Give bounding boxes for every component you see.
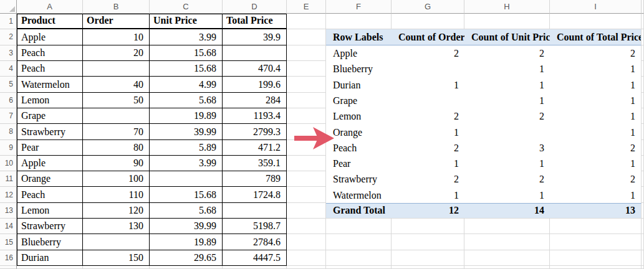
cell-C16[interactable]: 29.65	[150, 250, 223, 266]
column-header-C[interactable]: C	[150, 0, 223, 14]
cell-F10[interactable]: Pear	[326, 156, 392, 171]
column-header-E[interactable]: E	[287, 0, 326, 14]
cell-B4[interactable]	[83, 61, 150, 77]
column-header-G[interactable]: G	[392, 0, 464, 14]
cell-A6[interactable]: Lemon	[17, 93, 83, 108]
cell-H5[interactable]: 1	[464, 77, 550, 92]
cell-I2[interactable]: Count of Total Price	[550, 29, 642, 45]
cell-G3[interactable]: 2	[392, 45, 464, 61]
cell-I16[interactable]	[550, 250, 642, 266]
cell-H6[interactable]: 1	[464, 93, 550, 108]
column-header-B[interactable]: B	[83, 0, 150, 14]
cell-H12[interactable]: 1	[464, 187, 550, 202]
cell-F3[interactable]: Apple	[326, 45, 392, 61]
cell-E15[interactable]	[287, 234, 326, 250]
cell-G4[interactable]	[392, 61, 464, 77]
row-header-11[interactable]: 11	[0, 171, 17, 187]
cell-G10[interactable]: 1	[392, 156, 464, 171]
cell-F5[interactable]: Durian	[326, 77, 392, 92]
cell-F11[interactable]: Strawberry	[326, 171, 392, 187]
cell-I7[interactable]: 1	[550, 108, 642, 124]
cell-G9[interactable]: 2	[392, 140, 464, 156]
cell-A8[interactable]: Strawberry	[17, 124, 83, 139]
row-header-15[interactable]: 15	[0, 234, 17, 250]
cell-G2[interactable]: Count of Order	[392, 29, 464, 45]
cell-F8[interactable]: Orange	[326, 124, 392, 139]
cell-E4[interactable]	[287, 61, 326, 77]
cell-F14[interactable]	[326, 219, 392, 234]
cell-C4[interactable]: 15.68	[150, 61, 223, 77]
cell-E7[interactable]	[287, 108, 326, 124]
cell-B14[interactable]: 130	[83, 219, 150, 234]
cell-G8[interactable]: 1	[392, 124, 464, 139]
row-header-3[interactable]: 3	[0, 45, 17, 61]
cell-E11[interactable]	[287, 171, 326, 187]
cell-H1[interactable]	[464, 14, 550, 29]
cell-A9[interactable]: Pear	[17, 140, 83, 156]
cell-C1[interactable]: Unit Price	[150, 14, 223, 29]
cell-I11[interactable]: 2	[550, 171, 642, 187]
row-header-7[interactable]: 7	[0, 108, 17, 124]
cell-E6[interactable]	[287, 93, 326, 108]
cell-B15[interactable]	[83, 234, 150, 250]
cell-C12[interactable]: 15.68	[150, 187, 223, 202]
cell-G12[interactable]: 1	[392, 187, 464, 202]
cell-E5[interactable]	[287, 77, 326, 92]
cell-G1[interactable]	[392, 14, 464, 29]
row-header-9[interactable]: 9	[0, 140, 17, 156]
cell-D10[interactable]: 359.1	[223, 156, 287, 171]
cell-B2[interactable]: 10	[83, 29, 150, 45]
cell-H4[interactable]: 1	[464, 61, 550, 77]
select-all-corner[interactable]	[0, 0, 17, 14]
cell-B13[interactable]: 120	[83, 203, 150, 219]
cell-C8[interactable]: 39.99	[150, 124, 223, 139]
cell-A16[interactable]: Durian	[17, 250, 83, 266]
cell-F12[interactable]: Watermelon	[326, 187, 392, 202]
cell-C3[interactable]: 15.68	[150, 45, 223, 61]
cell-D16[interactable]: 4447.5	[223, 250, 287, 266]
cell-E1[interactable]	[287, 14, 326, 29]
cell-C13[interactable]: 5.68	[150, 203, 223, 219]
cell-B8[interactable]: 70	[83, 124, 150, 139]
row-header-12[interactable]: 12	[0, 187, 17, 202]
cell-A10[interactable]: Apple	[17, 156, 83, 171]
cell-I10[interactable]: 1	[550, 156, 642, 171]
cell-E16[interactable]	[287, 250, 326, 266]
cell-C6[interactable]: 5.68	[150, 93, 223, 108]
cell-E2[interactable]	[287, 29, 326, 45]
row-header-14[interactable]: 14	[0, 219, 17, 234]
cell-G16[interactable]	[392, 250, 464, 266]
cell-I1[interactable]	[550, 14, 642, 29]
cell-G6[interactable]	[392, 93, 464, 108]
cell-A11[interactable]: Orange	[17, 171, 83, 187]
cell-I4[interactable]: 1	[550, 61, 642, 77]
cell-H2[interactable]: Count of Unit Price	[464, 29, 550, 45]
cell-D8[interactable]: 2799.3	[223, 124, 287, 139]
cell-B1[interactable]: Order	[83, 14, 150, 29]
row-header-6[interactable]: 6	[0, 93, 17, 108]
cell-D15[interactable]: 2784.6	[223, 234, 287, 250]
cell-B11[interactable]: 100	[83, 171, 150, 187]
cell-D3[interactable]	[223, 45, 287, 61]
cell-I6[interactable]: 1	[550, 93, 642, 108]
cell-H8[interactable]	[464, 124, 550, 139]
cell-F7[interactable]: Lemon	[326, 108, 392, 124]
cell-A15[interactable]: Blueberry	[17, 234, 83, 250]
cell-H3[interactable]: 2	[464, 45, 550, 61]
cell-C5[interactable]: 4.99	[150, 77, 223, 92]
cell-H13[interactable]: 14	[464, 203, 550, 219]
cell-A7[interactable]: Grape	[17, 108, 83, 124]
row-header-2[interactable]: 2	[0, 29, 17, 45]
cell-B7[interactable]	[83, 108, 150, 124]
cell-D4[interactable]: 470.4	[223, 61, 287, 77]
cell-D1[interactable]: Total Price	[223, 14, 287, 29]
cell-E13[interactable]	[287, 203, 326, 219]
cell-E3[interactable]	[287, 45, 326, 61]
cell-C10[interactable]: 3.99	[150, 156, 223, 171]
cell-F2[interactable]: Row Labels	[326, 29, 392, 45]
row-header-4[interactable]: 4	[0, 61, 17, 77]
cell-C11[interactable]	[150, 171, 223, 187]
cell-B10[interactable]: 90	[83, 156, 150, 171]
cell-F15[interactable]	[326, 234, 392, 250]
cell-I9[interactable]: 2	[550, 140, 642, 156]
